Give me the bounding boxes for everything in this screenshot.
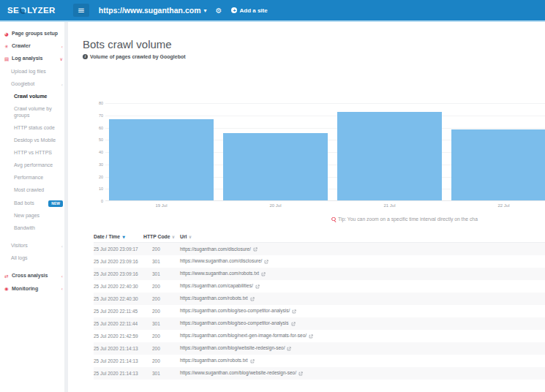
y-tick-label: 40 (99, 150, 103, 154)
sidebar-item-desktop-vs-mobile[interactable]: Desktop vs Mobile (0, 135, 68, 147)
external-link-icon[interactable] (291, 322, 296, 326)
cell-url[interactable]: https://suganthan.com/capabilities/ (180, 280, 545, 293)
column-header-label: HTTP Code (143, 234, 170, 239)
x-tick-label: 21 Jul (337, 203, 442, 208)
pie-icon: ◕ (4, 31, 12, 37)
sidebar-item-cross-analysis[interactable]: ⇄ Cross analysis ‹ (0, 270, 68, 282)
table-row: 25 Jul 2020 21:14:13 200 https://suganth… (94, 342, 545, 355)
chevron-side-icon: ‹ (61, 82, 63, 87)
cell-url-text: https://www.suganthan.com/disclosure/ (180, 258, 262, 263)
topbar: SELYZER ≡ https://www.suganthan.com ▾ ⚙ … (0, 0, 545, 20)
external-link-icon[interactable] (253, 247, 258, 252)
sidebar-item-new-pages[interactable]: New pages (0, 210, 68, 222)
cell-http-code: 200 (143, 342, 180, 355)
sidebar-item-label: All logs (11, 255, 63, 262)
sidebar-item-label: Performance (14, 175, 63, 181)
chevron-side-icon: ‹ (61, 286, 63, 291)
external-link-icon[interactable] (309, 334, 313, 339)
chevron-down-icon: ∨ (60, 56, 63, 61)
cell-url[interactable]: https://suganthan.com/blog/next-gen-imag… (180, 330, 545, 342)
chart-plot-area[interactable] (105, 103, 545, 201)
add-site-button[interactable]: + Add a site (231, 7, 267, 14)
sidebar-item-crawl-volume-by-groups[interactable]: Crawl volume by groups (0, 103, 68, 122)
menu-toggle-button[interactable]: ≡ (73, 4, 89, 17)
sidebar-item-visitors[interactable]: Visitors ‹ (0, 240, 68, 252)
sidebar-item-most-crawled[interactable]: Most crawled (0, 184, 68, 197)
table-row: 25 Jul 2020 21:14:13 200 https://suganth… (94, 355, 545, 367)
crawl-log-table: Date / Time▼ HTTP Code∨ Url∨ 25 Jul 2020… (94, 232, 545, 380)
logo-text-post: LYZER (27, 6, 56, 15)
cell-url-text: https://suganthan.com/blog/seo-competito… (180, 320, 289, 325)
sidebar-item-label: Cross analysis (12, 273, 59, 279)
sidebar-item-bandwith[interactable]: Bandwith (0, 222, 68, 235)
sidebar-item-http-status-code[interactable]: HTTP status code (0, 122, 68, 135)
cell-url-text: https://suganthan.com/disclosure/ (180, 246, 251, 252)
sort-chevron-icon: ∨ (188, 234, 192, 239)
cell-datetime: 25 Jul 2020 21:14:13 (94, 355, 143, 367)
bar-22-jul[interactable] (451, 129, 545, 200)
sidebar-item-label: Bandwith (14, 225, 63, 232)
column-header-date-time[interactable]: Date / Time▼ (94, 232, 143, 243)
cell-url[interactable]: https://www.suganthan.com/blog/website-r… (180, 367, 545, 380)
table-body: 25 Jul 2020 23:09:17 200 https://suganth… (94, 243, 545, 380)
site-settings-button[interactable]: ⚙ (216, 7, 222, 15)
sidebar-item-upload-log-files[interactable]: Upload log files (0, 65, 68, 78)
cell-url-text: https://www.suganthan.com/blog/website-r… (180, 370, 296, 375)
sidebar-item-monitoring[interactable]: ◉ Monitoring ‹ (0, 282, 68, 295)
cell-url-text: https://suganthan.com/robots.txt (180, 358, 248, 363)
sidebar-item-http-vs-https[interactable]: HTTP vs HTTPS (0, 147, 68, 159)
x-tick-label: 20 Jul (223, 203, 328, 208)
app-logo[interactable]: SELYZER (7, 6, 56, 15)
column-header-http-code[interactable]: HTTP Code∨ (143, 232, 180, 243)
cell-url[interactable]: https://www.suganthan.com/robots.txt (180, 268, 545, 280)
sidebar-item-crawler[interactable]: ✳ Crawler ‹ (0, 40, 68, 53)
cell-url[interactable]: https://suganthan.com/robots.txt (180, 293, 545, 305)
bar-20-jul[interactable] (223, 133, 328, 200)
sidebar-item-bad-bots[interactable]: Bad bots NEW (0, 197, 68, 209)
cell-url[interactable]: https://suganthan.com/blog/website-redes… (180, 342, 545, 355)
add-site-label: Add a site (239, 7, 267, 14)
y-tick-label: 20 (99, 175, 103, 179)
site-selector-dropdown[interactable]: https://www.suganthan.com ▾ (99, 6, 207, 15)
gridline (105, 116, 545, 116)
sidebar-item-crawl-volume[interactable]: Crawl volume (0, 91, 68, 103)
cell-http-code: 301 (143, 367, 180, 380)
sidebar-item-page-groups-setup[interactable]: ◕ Page groups setup (0, 28, 68, 40)
external-link-icon[interactable] (250, 297, 255, 301)
bar-19-jul[interactable] (109, 119, 214, 200)
column-header-url[interactable]: Url∨ (180, 232, 545, 243)
external-link-icon[interactable] (287, 347, 291, 351)
cell-url[interactable]: https://suganthan.com/disclosure/ (180, 243, 545, 255)
sidebar-item-label: Desktop vs Mobile (14, 137, 63, 144)
cell-url[interactable]: https://suganthan.com/blog/seo-competito… (180, 317, 545, 330)
external-link-icon[interactable] (250, 359, 255, 363)
external-link-icon[interactable] (264, 260, 268, 264)
crawl-volume-chart[interactable]: 80706050403020100 19 Jul20 Jul21 Jul22 J… (94, 103, 545, 211)
sidebar-item-avg-performance[interactable]: Avg performance (0, 159, 68, 172)
cell-http-code: 301 (143, 317, 180, 330)
sidebar-item-log-analysis[interactable]: ▤ Log analysis ∨ (0, 53, 68, 65)
external-link-icon[interactable] (298, 372, 303, 376)
external-link-icon[interactable] (255, 284, 260, 289)
sidebar-item-label: Upload log files (11, 69, 63, 75)
page-title: Bots crawl volume (83, 38, 545, 50)
site-url: https://www.suganthan.com (99, 6, 201, 15)
sidebar-item-label: Crawler (12, 43, 59, 50)
asterisk-icon: ✳ (4, 44, 12, 50)
external-link-icon[interactable] (292, 309, 296, 314)
cell-url[interactable]: https://suganthan.com/blog/seo-competito… (180, 305, 545, 317)
hamburger-icon: ≡ (78, 5, 85, 15)
sidebar-item-performance[interactable]: Performance (0, 172, 68, 184)
cell-url-text: https://suganthan.com/blog/next-gen-imag… (180, 333, 307, 338)
y-tick-label: 60 (99, 126, 103, 130)
cell-url[interactable]: https://www.suganthan.com/disclosure/ (180, 255, 545, 268)
external-link-icon[interactable] (261, 272, 266, 276)
sidebar-item-googlebot[interactable]: Googlebot ‹ (0, 78, 68, 91)
x-tick-label: 22 Jul (451, 203, 545, 208)
sidebar-item-all-logs[interactable]: All logs (0, 252, 68, 265)
cell-url[interactable]: https://suganthan.com/robots.txt (180, 355, 545, 367)
shuffle-icon: ⇄ (4, 274, 12, 279)
bar-21-jul[interactable] (337, 112, 442, 200)
page-subtitle: i Volume of pages crawled by Googlebot (83, 54, 545, 59)
cell-datetime: 25 Jul 2020 22:40:30 (94, 293, 143, 305)
